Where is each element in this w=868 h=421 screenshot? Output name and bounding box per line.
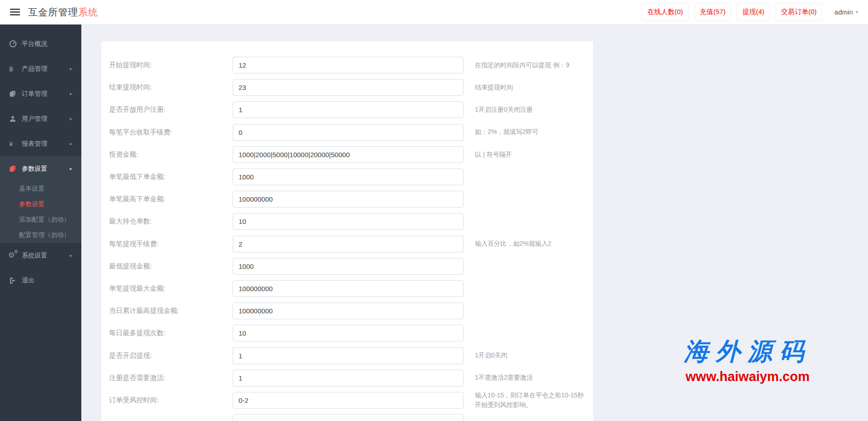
sidebar-item-orders[interactable]: 订单管理 ▸ <box>0 81 81 106</box>
field-input[interactable] <box>233 392 464 409</box>
field-input[interactable] <box>233 168 464 185</box>
field-hint: 如：2%，就填写2即可 <box>475 127 589 137</box>
caret-right-icon: ▸ <box>70 253 72 258</box>
sidebar-subitem-config-manage[interactable]: 配置管理（勿动） <box>0 228 81 243</box>
field-hint: 1开启0关闭 <box>475 351 589 361</box>
gauge-icon <box>9 40 21 48</box>
watermark: 海外源码 www.haiwaiym.com <box>670 335 825 384</box>
chevron-down-icon: ▾ <box>856 10 858 15</box>
app-title: 互金所管理系统 <box>28 6 98 19</box>
field-label: 是否开放用户注册: <box>109 105 233 114</box>
sidebar-item-label: 产品管理 <box>22 65 47 73</box>
sidebar-item-system-settings[interactable]: ⚙⚙ 系统设置 ▸ <box>0 243 81 268</box>
field-input[interactable] <box>233 124 464 141</box>
logout-icon <box>9 277 21 284</box>
field-label: 投资金额: <box>109 150 233 159</box>
field-label: 当日累计最高提现金额: <box>109 307 233 315</box>
settings-card: 开始提现时间: 在指定的时间段内可以提现 例：9 结束提现时间: 结束提现时间 … <box>101 41 593 421</box>
field-label: 每笔平台收取手续费: <box>109 128 233 137</box>
sidebar-item-label: 用户管理 <box>22 115 47 123</box>
caret-right-icon: ▸ <box>70 166 72 172</box>
params-form: 开始提现时间: 在指定的时间段内可以提现 例：9 结束提现时间: 结束提现时间 … <box>101 41 593 421</box>
field-hint: 1不需激活2需要激活 <box>475 373 589 383</box>
form-row-max-withdraw-amount: 单笔提现最大金额: <box>101 277 593 300</box>
field-label: 单笔提现最大金额: <box>109 284 233 293</box>
app-title-main: 互金所管理 <box>28 7 78 17</box>
form-row-partial <box>101 411 593 421</box>
form-row-max-positions: 最大持仓单数: <box>101 210 593 233</box>
field-input[interactable] <box>233 101 464 118</box>
header-stats: 在线人数(0) 充值(57) 提现(4) 交易订单(0) admin ▾ <box>642 3 861 21</box>
field-label: 单笔最低下单金额: <box>109 173 233 181</box>
form-row-min-order-amount: 单笔最低下单金额: <box>101 166 593 188</box>
form-row-open-register: 是否开放用户注册: 1开启注册0关闭注册 <box>101 99 593 121</box>
sidebar-subitem-add-config[interactable]: 添加配置（勿动） <box>0 212 81 228</box>
field-label: 最低提现金额: <box>109 262 233 271</box>
user-name: admin <box>834 8 853 16</box>
sidebar-subitem-param-settings[interactable]: 参数设置 <box>0 197 81 212</box>
field-input[interactable] <box>233 236 464 253</box>
field-input[interactable] <box>233 258 464 275</box>
sidebar-item-label: 系统设置 <box>22 252 47 260</box>
sidebar: 平台概况 ฿ 产品管理 ▸ 订单管理 ▸ 用户管理 ▸ ¥ 报表管理 ▸ <box>0 25 81 421</box>
files-icon <box>9 165 21 173</box>
yen-icon: ¥ <box>9 140 21 148</box>
field-hint: 1开启注册0关闭注册 <box>475 105 589 115</box>
sidebar-item-params[interactable]: 参数设置 ▸ <box>0 156 81 181</box>
field-label: 结束提现时间: <box>109 83 233 92</box>
sidebar-item-dashboard[interactable]: 平台概况 <box>0 31 81 56</box>
field-label: 开始提现时间: <box>109 61 233 69</box>
field-input[interactable] <box>233 146 464 163</box>
field-label: 订单受风控时间: <box>109 396 233 405</box>
form-row-withdraw-enabled: 是否开启提现: 1开启0关闭 <box>101 344 593 367</box>
field-hint: 输入百分比，如2%就输入2 <box>475 239 589 249</box>
sidebar-item-products[interactable]: ฿ 产品管理 ▸ <box>0 56 81 81</box>
field-input[interactable] <box>233 280 464 297</box>
field-input[interactable] <box>233 191 464 208</box>
sidebar-subitem-label: 基本设置 <box>19 185 45 193</box>
form-row-end-withdraw-time: 结束提现时间: 结束提现时间 <box>101 76 593 99</box>
app-title-accent: 系统 <box>78 7 98 17</box>
field-input[interactable] <box>233 325 464 342</box>
app-window: 互金所管理系统 在线人数(0) 充值(57) 提现(4) 交易订单(0) adm… <box>0 0 868 421</box>
trade-orders-button[interactable]: 交易订单(0) <box>776 3 822 21</box>
field-input[interactable] <box>233 213 464 230</box>
sidebar-item-logout[interactable]: 退出 <box>0 268 81 293</box>
field-input[interactable] <box>233 414 464 421</box>
sidebar-subitem-label: 添加配置（勿动） <box>19 216 70 224</box>
online-users-button[interactable]: 在线人数(0) <box>642 3 688 21</box>
sidebar-subitem-label: 参数设置 <box>19 200 45 208</box>
user-dropdown[interactable]: admin ▾ <box>832 4 861 20</box>
field-input[interactable] <box>233 347 464 364</box>
sidebar-item-label: 订单管理 <box>22 90 47 98</box>
form-row-min-withdraw-amount: 最低提现金额: <box>101 255 593 277</box>
sidebar-group-params: 参数设置 ▸ 基本设置 参数设置 添加配置（勿动） 配置管理（勿动） <box>0 156 81 243</box>
sidebar-item-users[interactable]: 用户管理 ▸ <box>0 106 81 131</box>
sidebar-item-label: 参数设置 <box>22 165 47 173</box>
field-hint: 在指定的时间段内可以提现 例：9 <box>475 60 589 70</box>
field-input[interactable] <box>233 79 464 96</box>
sidebar-subitem-basic-settings[interactable]: 基本设置 <box>0 181 81 197</box>
form-row-invest-amounts: 投资金额: 以 | 符号隔开 <box>101 144 593 166</box>
field-input[interactable] <box>233 370 464 386</box>
files-icon <box>9 90 21 98</box>
form-row-register-activation: 注册是否需要激活: 1不需激活2需要激活 <box>101 367 593 389</box>
sidebar-item-label: 报表管理 <box>22 140 47 148</box>
sidebar-item-reports[interactable]: ¥ 报表管理 ▸ <box>0 131 81 156</box>
form-row-withdraw-fee: 每笔提现手续费: 输入百分比，如2%就输入2 <box>101 233 593 255</box>
form-row-risk-control-time: 订单受风控时间: 输入10-15，则订单在平仓之前10-15秒开始受到风控影响。 <box>101 389 593 411</box>
field-input[interactable] <box>233 57 464 74</box>
field-label: 单笔最高下单金额: <box>109 195 233 203</box>
sidebar-item-label: 退出 <box>22 277 35 285</box>
user-icon <box>9 115 21 123</box>
header: 互金所管理系统 在线人数(0) 充值(57) 提现(4) 交易订单(0) adm… <box>0 0 868 25</box>
recharge-button[interactable]: 充值(57) <box>694 3 731 21</box>
field-label: 最大持仓单数: <box>109 217 233 226</box>
field-input[interactable] <box>233 302 464 319</box>
menu-toggle-icon[interactable] <box>10 7 20 17</box>
gears-icon: ⚙⚙ <box>9 252 21 260</box>
form-row-start-withdraw-time: 开始提现时间: 在指定的时间段内可以提现 例：9 <box>101 54 593 76</box>
withdraw-button[interactable]: 提现(4) <box>737 3 769 21</box>
caret-right-icon: ▸ <box>70 66 72 72</box>
form-row-max-order-amount: 单笔最高下单金额: <box>101 188 593 210</box>
